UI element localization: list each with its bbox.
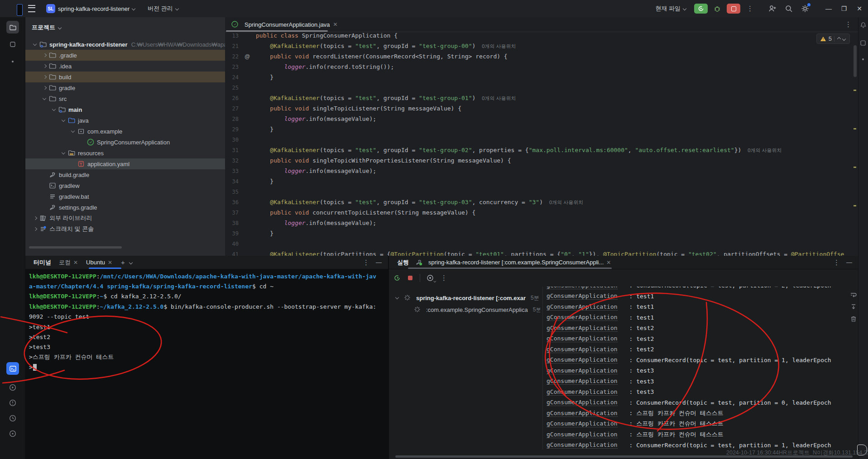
logger-class-link[interactable]: gConsumerApplication — [547, 335, 618, 342]
more-icon[interactable]: ⋮ — [441, 274, 447, 282]
code-line-40[interactable]: 40 — [225, 239, 858, 249]
code-line-36[interactable]: 36 @KafkaListener(topics = "test", group… — [225, 197, 858, 207]
chevron-down-icon[interactable] — [129, 261, 133, 264]
logger-class-link[interactable]: gConsumerApplication — [547, 303, 618, 311]
code-line-30[interactable]: 30 — [225, 134, 858, 145]
soft-wrap-icon[interactable] — [850, 292, 857, 298]
logger-class-link[interactable]: gConsumerApplication — [547, 314, 618, 321]
project-horizontal-scrollbar[interactable] — [29, 246, 122, 249]
tree-chevron-icon[interactable] — [42, 52, 48, 58]
logger-class-link[interactable]: gConsumerApplication — [547, 388, 618, 396]
code-line-34[interactable]: 34 } — [225, 176, 858, 186]
code-line-29[interactable]: 29 } — [225, 124, 858, 134]
tree-item-[interactable]: 스크래치 및 콘솔 — [25, 224, 225, 234]
more-actions-icon[interactable]: ⋮ — [747, 5, 753, 13]
tree-chevron-icon[interactable] — [42, 96, 48, 102]
tool-services-button[interactable] — [6, 381, 19, 394]
logger-class-link[interactable]: gConsumerApplication — [547, 431, 618, 438]
run-tree-item[interactable]: :com.example.SpringConsumerApplica5분 6초 — [391, 304, 540, 316]
code-line-24[interactable]: 24 } — [225, 72, 858, 82]
tool-commit-button[interactable] — [6, 38, 19, 51]
code-area[interactable]: 13public class SpringConsumerApplication… — [225, 30, 858, 256]
logger-class-link[interactable]: gConsumerApplication — [547, 346, 618, 353]
annotation-gutter-icon[interactable]: @ — [239, 53, 256, 60]
inspection-widget[interactable]: 5 — [816, 33, 850, 44]
run-panel[interactable]: 실행 spring-kafka-record-listener [:com.ex… — [388, 256, 858, 459]
tree-chevron-icon[interactable] — [42, 85, 48, 91]
editor-scrollbar[interactable] — [854, 45, 857, 77]
scroll-to-end-icon[interactable] — [850, 304, 857, 310]
close-tab-icon[interactable]: ✕ — [108, 259, 112, 266]
minimize-panel-icon[interactable]: — — [369, 259, 388, 266]
code-line-28[interactable]: 28 logger.info(messageValue); — [225, 114, 858, 124]
stop-icon[interactable] — [407, 275, 413, 281]
tree-chevron-icon[interactable] — [51, 106, 58, 113]
terminal-cursor[interactable] — [33, 364, 37, 371]
stop-button[interactable] — [727, 4, 740, 14]
new-terminal-tab-icon[interactable]: + — [116, 258, 129, 266]
window-close-button[interactable]: ✕ — [852, 5, 867, 12]
tool-project-button[interactable] — [6, 21, 19, 33]
tree-chevron-icon[interactable] — [42, 63, 48, 69]
logger-class-link[interactable]: gConsumerApplication — [547, 420, 618, 427]
run-tree-item[interactable]: spring-kafka-record-listener [:com.exar5… — [391, 292, 540, 304]
vcs-widget[interactable]: 버전 관리 — [148, 5, 179, 13]
tree-item-spring-kafka-record-listener[interactable]: spring-kafka-record-listenerC:₩Users₩HWA… — [25, 39, 225, 50]
terminal-options-icon[interactable]: ⋮ — [363, 258, 369, 267]
tree-item-java[interactable]: java — [25, 115, 225, 126]
main-menu-icon[interactable] — [28, 5, 35, 12]
code-line-21[interactable]: 21 @KafkaListener(topics = "test", group… — [225, 41, 858, 51]
code-line-38[interactable]: 38 logger.info(messageValue); — [225, 218, 858, 228]
tool-todo-button[interactable] — [6, 427, 19, 440]
tool-structure-button[interactable] — [6, 55, 19, 68]
close-tab-icon[interactable]: ✕ — [606, 259, 611, 266]
next-warning-icon[interactable] — [843, 37, 846, 41]
code-line-22[interactable]: 22@ public void recordListener(ConsumerR… — [225, 51, 858, 62]
settings-button[interactable] — [801, 5, 809, 13]
usages-hint[interactable]: 0개의 사용위치 — [549, 200, 583, 205]
rerun-icon[interactable] — [393, 274, 401, 282]
window-minimize-button[interactable]: — — [821, 5, 836, 12]
editor-options-icon[interactable]: ⋮ — [845, 20, 852, 29]
logger-class-link[interactable]: gConsumerApplication — [547, 378, 618, 385]
close-tab-icon[interactable]: ✕ — [333, 21, 338, 28]
show-options-icon[interactable] — [427, 274, 434, 282]
code-line-25[interactable]: 25 — [225, 82, 858, 93]
tree-chevron-icon[interactable] — [394, 295, 401, 301]
code-line-41[interactable]: 41 @KafkaListener(topicPartitions = {@To… — [225, 249, 858, 256]
logger-class-link[interactable]: gConsumerApplication — [547, 325, 618, 332]
close-tab-icon[interactable]: ✕ — [73, 259, 78, 266]
usages-hint[interactable]: 0개의 사용위치 — [748, 148, 782, 153]
notifications-bell-icon[interactable] — [858, 22, 868, 29]
tree-chevron-icon[interactable] — [70, 128, 77, 134]
run-button[interactable] — [694, 4, 708, 14]
code-line-26[interactable]: 26 @KafkaListener(topics = "test", group… — [225, 93, 858, 103]
run-config-selector[interactable]: 현재 파일 — [655, 5, 687, 13]
tree-item-gradlew.bat[interactable]: gradlew.bat — [25, 191, 225, 202]
code-line-23[interactable]: 23 logger.info(record.toString()); — [225, 62, 858, 72]
code-line-32[interactable]: 32 public void singleTopicWithProperties… — [225, 155, 858, 166]
clear-console-icon[interactable] — [850, 316, 857, 322]
logger-class-link[interactable]: gConsumerApplication — [547, 410, 618, 417]
tree-item-build.gradle[interactable]: build.gradle — [25, 169, 225, 180]
tree-item-gradle[interactable]: gradle — [25, 82, 225, 93]
terminal-output[interactable]: lkh@DESKTOP-1L2VEPP:/mnt/c/Users/HWA/Dow… — [29, 271, 384, 373]
usages-hint[interactable]: 0개의 사용위치 — [482, 43, 516, 49]
code-line-27[interactable]: 27 public void singleTopicListener(Strin… — [225, 103, 858, 114]
project-panel-header[interactable]: 프로젝트 — [32, 24, 62, 32]
tree-chevron-icon[interactable] — [61, 150, 67, 156]
editor-tab[interactable]: SpringConsumerApplication.java ✕ — [227, 17, 342, 32]
code-line-13[interactable]: 13public class SpringConsumerApplication… — [225, 30, 858, 41]
window-maximize-button[interactable]: ❐ — [836, 5, 852, 12]
code-line-39[interactable]: 39 } — [225, 228, 858, 239]
tree-item-resources[interactable]: resources — [25, 148, 225, 158]
editor-pane[interactable]: SpringConsumerApplication.java ✕ ⋮ 13pub… — [225, 17, 858, 256]
code-line-37[interactable]: 37 public void concurrentTopicListener(S… — [225, 207, 858, 218]
tool-vcs-log-button[interactable] — [6, 412, 19, 425]
terminal-tab-local[interactable]: 로컬 ✕ — [55, 256, 82, 269]
tree-item-settings.gradle[interactable]: settings.gradle — [25, 202, 225, 213]
tree-item-.gradle[interactable]: .gradle — [25, 50, 225, 61]
logger-class-link[interactable]: gConsumerApplication — [547, 356, 618, 363]
tree-chevron-icon[interactable] — [32, 215, 38, 221]
code-line-33[interactable]: 33 logger.info(messageValue); — [225, 166, 858, 176]
